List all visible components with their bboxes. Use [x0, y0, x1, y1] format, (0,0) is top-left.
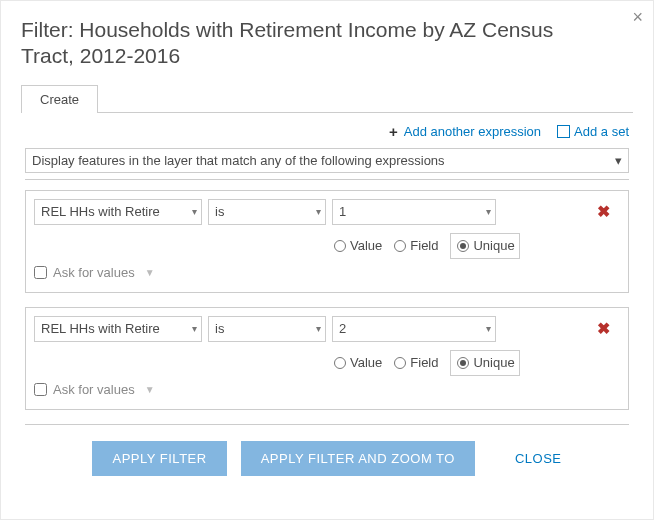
- chevron-down-icon: ▾: [486, 323, 491, 334]
- square-icon: [557, 125, 570, 138]
- close-icon[interactable]: ×: [632, 7, 643, 28]
- tab-create[interactable]: Create: [21, 85, 98, 113]
- filter-dialog: × Filter: Households with Retirement Inc…: [0, 0, 654, 520]
- value-select[interactable]: 2 ▾: [332, 316, 496, 342]
- add-expression-label: Add another expression: [404, 124, 541, 139]
- ask-for-values-toggle[interactable]: Ask for values ▼: [34, 382, 155, 397]
- close-button[interactable]: CLOSE: [515, 451, 562, 466]
- chevron-down-icon: ▾: [486, 206, 491, 217]
- delete-expression-icon[interactable]: ✖: [597, 202, 610, 221]
- chevron-down-icon: ▾: [192, 323, 197, 334]
- chevron-down-icon: ▼: [145, 384, 155, 395]
- chevron-down-icon: ▾: [316, 323, 321, 334]
- ask-label: Ask for values: [53, 265, 135, 280]
- footer: APPLY FILTER APPLY FILTER AND ZOOM TO CL…: [21, 441, 633, 476]
- tab-bar: Create: [21, 84, 633, 113]
- divider: [25, 424, 629, 425]
- match-mode-text: Display features in the layer that match…: [32, 153, 445, 168]
- add-set-link[interactable]: Add a set: [557, 124, 629, 139]
- ask-checkbox[interactable]: [34, 266, 47, 279]
- field-select[interactable]: REL HHs with Retire ▾: [34, 316, 202, 342]
- operator-value: is: [215, 204, 224, 219]
- expression-row: REL HHs with Retire ▾ is ▾ 2 ▾ ✖ Value F…: [25, 307, 629, 410]
- chevron-down-icon: ▾: [615, 153, 622, 168]
- radio-value[interactable]: Value: [334, 355, 382, 370]
- value-text: 1: [339, 204, 346, 219]
- operator-value: is: [215, 321, 224, 336]
- apply-filter-zoom-button[interactable]: APPLY FILTER AND ZOOM TO: [241, 441, 475, 476]
- chevron-down-icon: ▾: [316, 206, 321, 217]
- operator-select[interactable]: is ▾: [208, 316, 326, 342]
- radio-value[interactable]: Value: [334, 238, 382, 253]
- value-text: 2: [339, 321, 346, 336]
- radio-field[interactable]: Field: [394, 238, 438, 253]
- dialog-title: Filter: Households with Retirement Incom…: [21, 17, 593, 70]
- radio-field[interactable]: Field: [394, 355, 438, 370]
- field-value: REL HHs with Retire: [41, 321, 160, 336]
- field-select[interactable]: REL HHs with Retire ▾: [34, 199, 202, 225]
- plus-icon: +: [389, 123, 398, 140]
- value-select[interactable]: 1 ▾: [332, 199, 496, 225]
- value-mode-radios: Value Field Unique: [334, 233, 520, 259]
- expression-row: REL HHs with Retire ▾ is ▾ 1 ▾ ✖ Value F…: [25, 190, 629, 293]
- delete-expression-icon[interactable]: ✖: [597, 319, 610, 338]
- operator-select[interactable]: is ▾: [208, 199, 326, 225]
- radio-unique[interactable]: Unique: [450, 233, 519, 259]
- add-set-label: Add a set: [574, 124, 629, 139]
- match-mode-select[interactable]: Display features in the layer that match…: [25, 148, 629, 173]
- chevron-down-icon: ▾: [192, 206, 197, 217]
- chevron-down-icon: ▼: [145, 267, 155, 278]
- apply-filter-button[interactable]: APPLY FILTER: [92, 441, 226, 476]
- field-value: REL HHs with Retire: [41, 204, 160, 219]
- ask-for-values-toggle[interactable]: Ask for values ▼: [34, 265, 155, 280]
- ask-label: Ask for values: [53, 382, 135, 397]
- value-mode-radios: Value Field Unique: [334, 350, 520, 376]
- toolbar: + Add another expression Add a set: [21, 113, 633, 148]
- radio-unique[interactable]: Unique: [450, 350, 519, 376]
- add-expression-link[interactable]: + Add another expression: [389, 123, 541, 140]
- divider: [25, 179, 629, 180]
- ask-checkbox[interactable]: [34, 383, 47, 396]
